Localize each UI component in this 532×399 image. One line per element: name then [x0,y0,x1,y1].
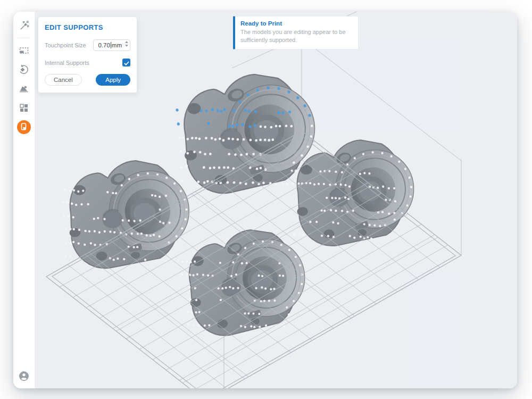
edit-supports-icon [16,120,31,135]
stepper-down-icon[interactable] [125,45,128,47]
text-caret [111,42,111,48]
apply-button[interactable]: Apply [96,74,130,86]
stepper-arrows[interactable] [125,41,128,47]
toolbar-sidebar [13,12,35,388]
size-tool-button[interactable] [16,43,31,58]
banner-title: Ready to Print [240,20,353,27]
rotate-orientation-icon [18,64,30,76]
layout-tool-button[interactable] [16,101,31,115]
model-2[interactable] [61,159,191,270]
user-account-button[interactable] [18,370,30,383]
user-avatar-icon [18,376,30,384]
toolbar-divider [18,38,30,38]
touchpoint-size-value: 0.70 [98,42,110,48]
page: EDIT SUPPORTS Touchpoint Size 0.70mm Int… [0,0,532,399]
cancel-button[interactable]: Cancel [45,74,82,86]
banner-message: The models you are editing appear to be … [240,28,353,45]
checkmark-icon [124,58,129,68]
orientation-shape-icon [18,83,30,95]
stepper-up-icon[interactable] [125,41,128,43]
supports-tool-button[interactable] [16,81,31,96]
edit-supports-active-button[interactable] [16,120,31,135]
touchpoint-size-unit: mm [112,42,122,48]
model-3[interactable] [288,137,417,247]
orientation-tool-button[interactable] [16,62,31,77]
scene-canvas[interactable]: EDIT SUPPORTS Touchpoint Size 0.70mm Int… [35,12,517,388]
internal-supports-label: Internal Supports [45,60,89,66]
magic-wand-icon [18,20,30,31]
selection-size-icon [18,45,30,56]
layout-grid-icon [18,102,30,114]
ready-to-print-banner: Ready to Print The models you are editin… [233,16,359,49]
internal-supports-checkbox[interactable] [122,59,130,66]
touchpoint-size-input[interactable]: 0.70mm [93,39,130,51]
edit-supports-panel: EDIT SUPPORTS Touchpoint Size 0.70mm Int… [38,16,137,93]
one-click-setup-button[interactable] [16,18,31,33]
app-window: EDIT SUPPORTS Touchpoint Size 0.70mm Int… [13,12,517,388]
touchpoint-size-label: Touchpoint Size [45,42,86,48]
panel-title: EDIT SUPPORTS [45,23,130,31]
